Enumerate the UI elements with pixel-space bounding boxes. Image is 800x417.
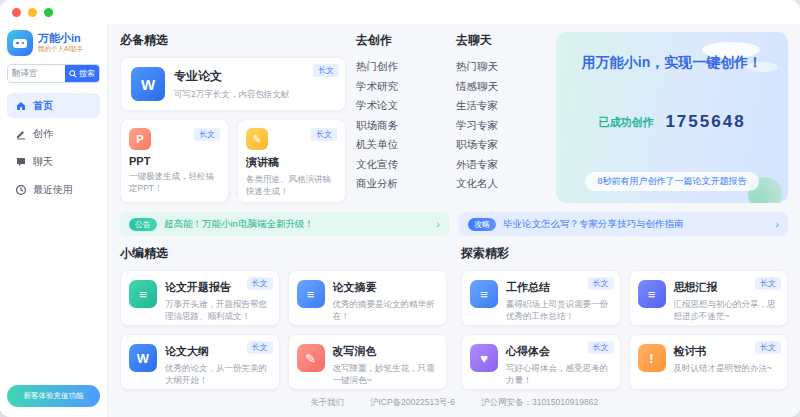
chevron-right-icon: › xyxy=(436,218,440,230)
tool-card-thesis[interactable]: W 专业论文 可写2万字长文，内容包括文献 长文 xyxy=(120,57,346,111)
bottom-section: 小编精选 ≡ 论文开题报告 万事开头难，开题报告帮您理清思路、顺利成文！ 长文 … xyxy=(120,245,788,390)
chat-column: 去聊天 热门聊天 情感聊天 生活专家 学习专家 职场专家 外语专家 文化名人 xyxy=(456,32,546,203)
card-title: PPT xyxy=(129,155,220,167)
sidebar-item-label: 最近使用 xyxy=(33,183,73,197)
robot-logo-icon xyxy=(7,30,33,56)
sidebar-item-create[interactable]: 创作 xyxy=(7,121,100,146)
chat-link[interactable]: 生活专家 xyxy=(456,96,546,116)
sidebar-item-label: 首页 xyxy=(33,99,53,113)
stat-label: 已成功创作 xyxy=(598,115,653,130)
essentials-section: 必备精选 W 专业论文 可写2万字长文，内容包括文献 长文 P xyxy=(120,32,346,203)
maximize-window-button[interactable] xyxy=(44,8,53,17)
explore-section: 探索精彩 ≡ 工作总结 赢得职场上司赏识需要一份优秀的工作总结！ 长文 ≡ xyxy=(461,245,788,390)
sidebar-item-home[interactable]: 首页 xyxy=(7,93,100,118)
top-section: 必备精选 W 专业论文 可写2万字长文，内容包括文献 长文 P xyxy=(120,32,788,203)
editor-picks-section: 小编精选 ≡ 论文开题报告 万事开头难，开题报告帮您理清思路、顺利成文！ 长文 … xyxy=(120,245,447,390)
sidebar-item-label: 创作 xyxy=(33,127,53,141)
tool-card-speech[interactable]: ✎ 长文 演讲稿 各类用途、风格演讲稿快速生成！ xyxy=(237,119,346,203)
about-us-link[interactable]: 关于我们 xyxy=(310,397,344,409)
card-desc: 万事开头难，开题报告帮您理清思路、顺利成文！ xyxy=(165,298,269,322)
activity-ticker: 8秒前有用户创作了一篇论文开题报告 xyxy=(585,172,758,191)
chat-link[interactable]: 学习专家 xyxy=(456,116,546,136)
card-title: 改写润色 xyxy=(333,344,437,359)
announcement-badge: 公告 xyxy=(129,218,157,231)
tool-card-review-letter[interactable]: ! 检讨书 及时认错才是明智的办法~ 长文 xyxy=(629,334,789,390)
card-title: 演讲稿 xyxy=(246,155,337,170)
longform-tag: 长文 xyxy=(755,341,781,354)
search-button[interactable]: 搜索 xyxy=(65,65,99,82)
app-body: 万能小in 我的个人AI助手 搜索 首页 创作 xyxy=(0,24,800,417)
create-link[interactable]: 文化宣传 xyxy=(356,155,446,175)
app-title: 万能小in xyxy=(38,32,83,44)
chat-link[interactable]: 文化名人 xyxy=(456,174,546,194)
chat-link[interactable]: 外语专家 xyxy=(456,155,546,175)
guide-banner[interactable]: 攻略 毕业论文怎么写？专家分享技巧与创作指南 › xyxy=(459,212,788,236)
sidebar: 万能小in 我的个人AI助手 搜索 首页 创作 xyxy=(0,24,108,417)
speech-icon: ✎ xyxy=(246,128,268,150)
banner-row: 公告 超高能！万能小in电脑端全新升级！ › 攻略 毕业论文怎么写？专家分享技巧… xyxy=(120,212,788,236)
tool-card-abstract[interactable]: ≡ 论文摘要 优秀的摘要是论文的精华所在！ xyxy=(288,270,448,326)
app-logo: 万能小in 我的个人AI助手 xyxy=(7,28,100,64)
create-link[interactable]: 职场商务 xyxy=(356,116,446,136)
word-icon: W xyxy=(131,67,165,101)
section-title-chat: 去聊天 xyxy=(456,32,546,49)
word-icon: W xyxy=(129,344,157,372)
exclamation-icon: ! xyxy=(638,344,666,372)
sidebar-item-label: 聊天 xyxy=(33,155,53,169)
create-link[interactable]: 商业分析 xyxy=(356,174,446,194)
create-link[interactable]: 机关单位 xyxy=(356,135,446,155)
newcomer-recharge-button[interactable]: 新客体验充值功能 xyxy=(7,385,100,407)
chat-link[interactable]: 情感聊天 xyxy=(456,77,546,97)
card-desc: 赢得职场上司赏识需要一份优秀的工作总结！ xyxy=(506,298,610,322)
stat-value: 1755648 xyxy=(665,112,745,132)
tool-card-proposal[interactable]: ≡ 论文开题报告 万事开头难，开题报告帮您理清思路、顺利成文！ 长文 xyxy=(120,270,280,326)
pen-icon: ✎ xyxy=(297,344,325,372)
card-desc: 及时认错才是明智的办法~ xyxy=(674,362,772,374)
section-title-editor-picks: 小编精选 xyxy=(120,245,447,262)
sidebar-item-recent[interactable]: 最近使用 xyxy=(7,177,100,202)
create-link[interactable]: 学术论文 xyxy=(356,96,446,116)
longform-tag: 长文 xyxy=(247,341,273,354)
tool-card-polish[interactable]: ✎ 改写润色 改写降重，妙笔生花，只需一键润色~ xyxy=(288,334,448,390)
search-icon xyxy=(69,70,77,78)
titlebar xyxy=(0,0,800,24)
longform-tag: 长文 xyxy=(755,277,781,290)
card-desc: 写好心得体会，感受思考的力量！ xyxy=(506,362,610,386)
app-tagline: 我的个人AI助手 xyxy=(38,45,83,54)
card-desc: 一键极速生成，轻松搞定PPT！ xyxy=(129,170,220,194)
tool-card-thought-report[interactable]: ≡ 思想汇报 汇报思想与初心的分享，思想进步不迷茫~ 长文 xyxy=(629,270,789,326)
chat-link[interactable]: 职场专家 xyxy=(456,135,546,155)
chat-link[interactable]: 热门聊天 xyxy=(456,57,546,77)
tool-card-outline[interactable]: W 论文大纲 优秀的论文，从一份完美的大纲开始！ 长文 xyxy=(120,334,280,390)
essentials-mini-row: P 长文 PPT 一键极速生成，轻松搞定PPT！ ✎ 长文 演讲稿 xyxy=(120,119,346,203)
tool-card-experience[interactable]: ♥ 心得体会 写好心得体会，感受思考的力量！ 长文 xyxy=(461,334,621,390)
tool-card-ppt[interactable]: P 长文 PPT 一键极速生成，轻松搞定PPT！ xyxy=(120,119,229,203)
sidebar-item-chat[interactable]: 聊天 xyxy=(7,149,100,174)
longform-tag: 长文 xyxy=(313,64,339,77)
card-desc: 改写降重，妙笔生花，只需一键润色~ xyxy=(333,362,437,386)
clock-icon xyxy=(15,184,27,196)
document-icon: ≡ xyxy=(129,280,157,308)
create-link[interactable]: 热门创作 xyxy=(356,57,446,77)
search-input[interactable] xyxy=(8,65,65,82)
promo-stat: 已成功创作 1755648 xyxy=(598,112,745,132)
app-window: 万能小in 我的个人AI助手 搜索 首页 创作 xyxy=(0,0,800,417)
card-desc: 各类用途、风格演讲稿快速生成！ xyxy=(246,173,337,197)
home-icon xyxy=(15,100,27,112)
card-title: 专业论文 xyxy=(174,68,289,85)
briefcase-icon: ≡ xyxy=(470,280,498,308)
minimize-window-button[interactable] xyxy=(28,8,37,17)
announcement-banner[interactable]: 公告 超高能！万能小in电脑端全新升级！ › xyxy=(120,212,449,236)
heart-icon: ♥ xyxy=(470,344,498,372)
pencil-icon xyxy=(15,128,27,140)
close-window-button[interactable] xyxy=(12,8,21,17)
icp-license-link[interactable]: 沪ICP备20022513号-6 xyxy=(370,397,455,409)
tool-card-work-summary[interactable]: ≡ 工作总结 赢得职场上司赏识需要一份优秀的工作总结！ 长文 xyxy=(461,270,621,326)
create-link[interactable]: 学术研究 xyxy=(356,77,446,97)
police-license-link[interactable]: 沪公网安备：31015010919862 xyxy=(481,397,598,409)
sidebar-nav: 首页 创作 聊天 最近使用 xyxy=(7,93,100,202)
card-desc: 优秀的论文，从一份完美的大纲开始！ xyxy=(165,362,269,386)
longform-tag: 长文 xyxy=(311,128,337,141)
card-desc: 优秀的摘要是论文的精华所在！ xyxy=(333,298,437,322)
ppt-icon: P xyxy=(129,128,151,150)
